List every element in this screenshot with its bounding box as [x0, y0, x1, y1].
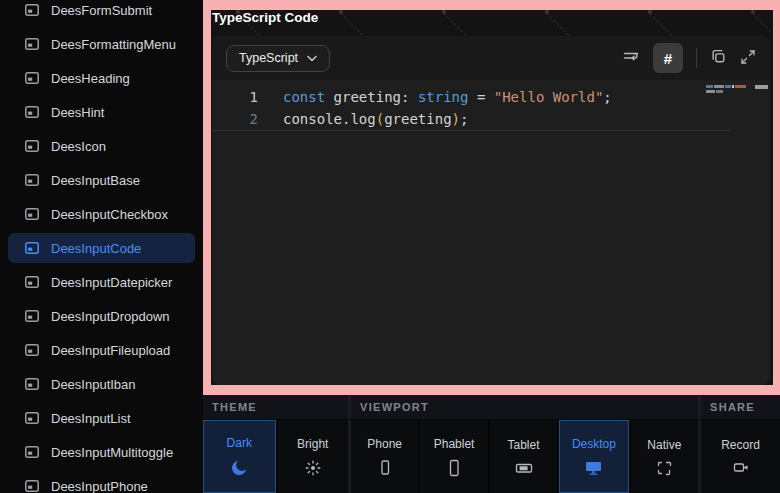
record-button[interactable]: Record — [701, 420, 780, 493]
sidebar-item-DeesInputCheckbox[interactable]: DeesInputCheckbox — [8, 199, 195, 229]
minimap-segment — [706, 85, 713, 88]
sidebar-item-DeesIcon[interactable]: DeesIcon — [8, 131, 195, 161]
button-label: Desktop — [572, 437, 616, 451]
moon-icon — [230, 458, 249, 477]
editor-toolbar: TypeScript — [212, 36, 770, 80]
component-icon — [25, 174, 39, 186]
component-icon — [25, 276, 39, 288]
component-icon — [25, 412, 39, 424]
bottom-toolbar: THEMEVIEWPORTSHARE DarkBrightPhonePhable… — [203, 395, 780, 493]
section-theme: DarkBright — [203, 420, 351, 493]
sidebar-item-DeesInputPhone[interactable]: DeesInputPhone — [8, 471, 195, 493]
button-label: Tablet — [508, 438, 540, 452]
pattern-line — [443, 10, 469, 13]
code-lines: 1const greeting: string = "Hello World";… — [212, 86, 770, 130]
phablet-icon — [446, 459, 462, 477]
sidebar-item-label: DeesInputPhone — [51, 479, 148, 493]
phablet-button[interactable]: Phablet — [420, 420, 487, 493]
minimap-segment — [732, 85, 734, 88]
app-window: DeesFormSubmitDeesFormattingMenuDeesHead… — [0, 0, 780, 493]
sidebar-item-DeesInputBase[interactable]: DeesInputBase — [8, 165, 195, 195]
desktop-button[interactable]: Desktop — [559, 420, 628, 493]
component-icon — [25, 140, 39, 152]
pattern-line — [546, 10, 572, 13]
dark-button[interactable]: Dark — [203, 420, 276, 493]
component-icon — [25, 378, 39, 390]
sidebar-item-DeesFormattingMenu[interactable]: DeesFormattingMenu — [8, 29, 195, 59]
component-icon — [25, 208, 39, 220]
minimap-segment — [714, 85, 724, 88]
hash-icon: # — [664, 50, 672, 67]
phone-icon — [377, 459, 393, 476]
minimap-segment — [735, 85, 746, 88]
code-text: console.log(greeting); — [258, 108, 468, 130]
code-text: const greeting: string = "Hello World"; — [258, 86, 612, 108]
component-icon — [25, 446, 39, 458]
sidebar: DeesFormSubmitDeesFormattingMenuDeesHead… — [0, 0, 203, 493]
sidebar-item-DeesInputDropdown[interactable]: DeesInputDropdown — [8, 301, 195, 331]
word-wrap-button[interactable] — [622, 49, 640, 68]
sidebar-item-label: DeesInputIban — [51, 377, 136, 392]
component-icon — [25, 310, 39, 322]
toolbar-divider — [696, 48, 697, 68]
copy-button[interactable] — [710, 48, 727, 68]
button-label: Phablet — [434, 437, 475, 451]
bottom-toolbar-buttons: DarkBrightPhonePhabletTabletDesktopNativ… — [203, 419, 780, 493]
sidebar-item-DeesHint[interactable]: DeesHint — [8, 97, 195, 127]
sidebar-item-label: DeesInputCode — [51, 241, 141, 256]
component-icon — [25, 344, 39, 356]
expand-button[interactable] — [740, 49, 756, 68]
desktop-icon — [584, 459, 603, 476]
minimap-segment — [716, 90, 723, 93]
sidebar-item-DeesFormSubmit[interactable]: DeesFormSubmit — [8, 0, 195, 25]
section-viewport: PhonePhabletTabletDesktopNative — [351, 420, 701, 493]
bright-button[interactable]: Bright — [278, 420, 349, 493]
sidebar-item-label: DeesFormSubmit — [51, 3, 152, 18]
tablet-button[interactable]: Tablet — [490, 420, 557, 493]
minimap-segment — [725, 85, 731, 88]
language-selector[interactable]: TypeScript — [226, 45, 330, 72]
section-label-theme: THEME — [203, 395, 351, 419]
sidebar-item-DeesInputDatepicker[interactable]: DeesInputDatepicker — [8, 267, 195, 297]
minimap[interactable] — [706, 85, 752, 95]
component-icon — [25, 106, 39, 118]
chevron-down-icon — [307, 51, 317, 65]
line-numbers-button[interactable]: # — [653, 43, 683, 73]
phone-button[interactable]: Phone — [351, 420, 418, 493]
button-label: Record — [721, 438, 760, 452]
sidebar-item-label: DeesIcon — [51, 139, 106, 154]
button-label: Phone — [367, 437, 402, 451]
sidebar-item-DeesInputFileupload[interactable]: DeesInputFileupload — [8, 335, 195, 365]
sidebar-item-DeesInputList[interactable]: DeesInputList — [8, 403, 195, 433]
pattern-line — [340, 10, 366, 13]
sidebar-item-label: DeesInputList — [51, 411, 131, 426]
sidebar-item-label: DeesInputDatepicker — [51, 275, 172, 290]
sidebar-item-label: DeesInputCheckbox — [51, 207, 168, 222]
bottom-toolbar-labels: THEMEVIEWPORTSHARE — [203, 395, 780, 419]
record-icon — [732, 460, 750, 475]
component-icon — [25, 242, 39, 254]
button-label: Dark — [227, 436, 252, 450]
minimap-row — [706, 85, 752, 88]
sidebar-list: DeesFormSubmitDeesFormattingMenuDeesHead… — [0, 0, 203, 493]
button-label: Bright — [297, 437, 328, 451]
sun-icon — [304, 459, 322, 477]
sidebar-item-DeesHeading[interactable]: DeesHeading — [8, 63, 195, 93]
code-area[interactable]: 1const greeting: string = "Hello World";… — [212, 80, 770, 385]
sidebar-item-DeesInputCode[interactable]: DeesInputCode — [8, 233, 195, 263]
native-button[interactable]: Native — [631, 420, 698, 493]
sidebar-item-DeesInputMultitoggle[interactable]: DeesInputMultitoggle — [8, 437, 195, 467]
minimap-segment — [706, 90, 715, 93]
section-label-share: SHARE — [701, 395, 780, 419]
expand-icon — [740, 49, 756, 68]
sidebar-item-label: DeesInputBase — [51, 173, 140, 188]
section-label-viewport: VIEWPORT — [351, 395, 701, 419]
scrollbar-thumb[interactable] — [755, 85, 768, 89]
sidebar-item-label: DeesHeading — [51, 71, 130, 86]
code-editor-panel: TypeScript — [212, 36, 770, 385]
sidebar-item-DeesInputIban[interactable]: DeesInputIban — [8, 369, 195, 399]
code-line-1: 1const greeting: string = "Hello World"; — [212, 86, 770, 108]
current-line-indicator — [212, 130, 730, 131]
minimap-row — [706, 90, 752, 93]
demo-area: TypeScript Code TypeScript — [211, 10, 773, 385]
